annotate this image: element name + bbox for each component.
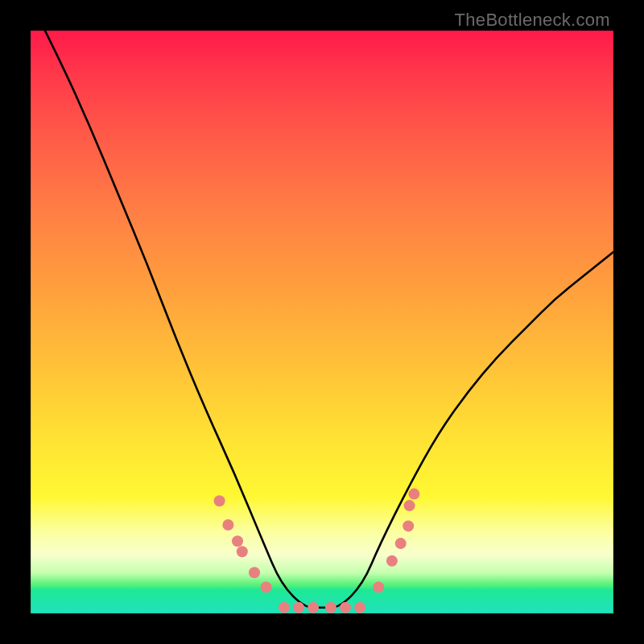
curve-marker bbox=[249, 567, 260, 578]
watermark-text: TheBottleneck.com bbox=[455, 10, 610, 31]
curve-marker bbox=[214, 495, 225, 506]
curve-marker bbox=[222, 519, 233, 530]
curve-marker bbox=[237, 546, 248, 557]
curve-marker bbox=[395, 538, 407, 549]
curve-marker bbox=[373, 581, 384, 592]
curve-marker bbox=[261, 581, 272, 592]
bottleneck-curve bbox=[31, 2, 613, 608]
chart-plot-area bbox=[31, 31, 613, 613]
curve-marker bbox=[340, 602, 351, 613]
curve-marker bbox=[402, 520, 414, 531]
curve-marker bbox=[308, 602, 319, 613]
curve-marker bbox=[354, 602, 365, 613]
curve-marker bbox=[279, 602, 290, 613]
chart-svg bbox=[31, 31, 613, 613]
curve-marker bbox=[408, 489, 419, 500]
curve-marker bbox=[232, 535, 243, 547]
curve-markers bbox=[214, 489, 420, 613]
chart-frame: TheBottleneck.com bbox=[0, 0, 644, 644]
curve-marker bbox=[325, 602, 336, 613]
curve-marker bbox=[293, 602, 304, 613]
curve-marker bbox=[386, 555, 398, 567]
curve-marker bbox=[404, 500, 415, 511]
